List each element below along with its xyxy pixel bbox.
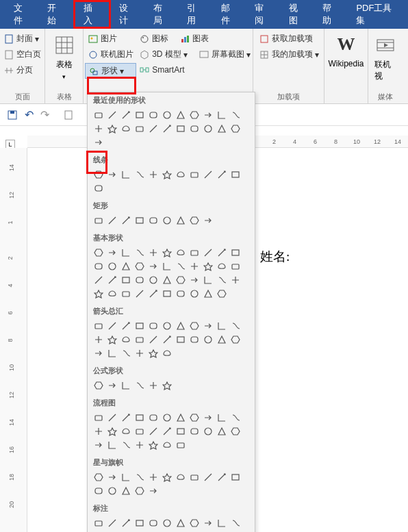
shape-option[interactable] [146, 346, 160, 360]
shape-option[interactable] [92, 122, 105, 136]
smartart-button[interactable]: SmartArt [136, 63, 253, 77]
shape-option[interactable] [215, 411, 229, 425]
shape-option[interactable] [105, 346, 119, 360]
shape-option[interactable] [146, 214, 160, 227]
tab-view[interactable]: 视图 [281, 0, 314, 29]
shape-option[interactable] [92, 333, 105, 346]
shape-option[interactable] [119, 346, 133, 360]
shape-option[interactable] [119, 411, 133, 425]
tab-design[interactable]: 设计 [111, 0, 144, 29]
shape-option[interactable] [146, 438, 160, 452]
shape-option[interactable] [174, 259, 188, 273]
shape-option[interactable] [188, 470, 201, 484]
my-addins-button[interactable]: 我的加载项▾ [256, 47, 322, 62]
shape-option[interactable] [92, 108, 105, 122]
shape-option[interactable] [92, 273, 105, 287]
shape-option[interactable] [160, 438, 174, 452]
shape-option[interactable] [133, 287, 146, 301]
shape-option[interactable] [92, 411, 105, 425]
shape-option[interactable] [133, 273, 146, 287]
shape-option[interactable] [105, 122, 119, 136]
shape-option[interactable] [160, 122, 174, 136]
shape-option[interactable] [92, 168, 105, 181]
shape-option[interactable] [229, 273, 242, 287]
document-icon[interactable] [63, 110, 74, 121]
shape-option[interactable] [119, 287, 133, 301]
shape-option[interactable] [105, 438, 119, 452]
shape-option[interactable] [146, 333, 160, 346]
shape-option[interactable] [201, 333, 215, 346]
shape-option[interactable] [188, 287, 201, 301]
wikipedia-button[interactable]: W Wikipedia [322, 31, 369, 71]
shape-option[interactable] [119, 484, 133, 498]
shape-option[interactable] [188, 246, 201, 259]
shape-option[interactable] [174, 168, 188, 181]
shape-option[interactable] [160, 108, 174, 122]
shape-option[interactable] [133, 425, 146, 438]
shape-option[interactable] [201, 259, 215, 273]
shape-option[interactable] [92, 425, 105, 438]
shape-option[interactable] [174, 438, 188, 452]
shape-option[interactable] [188, 411, 201, 425]
shape-option[interactable] [119, 259, 133, 273]
shape-option[interactable] [133, 411, 146, 425]
shape-option[interactable] [146, 108, 160, 122]
shape-option[interactable] [215, 319, 229, 333]
shape-option[interactable] [174, 287, 188, 301]
shape-option[interactable] [174, 214, 188, 227]
shape-option[interactable] [160, 516, 174, 530]
cover-page-button[interactable]: 封面▾ [1, 31, 44, 46]
shape-option[interactable] [215, 108, 229, 122]
shape-option[interactable] [229, 246, 242, 259]
shape-option[interactable] [146, 411, 160, 425]
shape-option[interactable] [215, 333, 229, 346]
shape-option[interactable] [188, 425, 201, 438]
shape-option[interactable] [215, 425, 229, 438]
table-button[interactable]: 表格▾ [48, 31, 81, 83]
shape-option[interactable] [92, 516, 105, 530]
shape-option[interactable] [119, 273, 133, 287]
shape-option[interactable] [133, 246, 146, 259]
shape-option[interactable] [174, 516, 188, 530]
shape-option[interactable] [105, 259, 119, 273]
shape-option[interactable] [105, 516, 119, 530]
shape-option[interactable] [92, 438, 105, 452]
shape-option[interactable] [133, 438, 146, 452]
shape-option[interactable] [146, 168, 160, 181]
tab-references[interactable]: 引用 [179, 0, 212, 29]
shape-option[interactable] [160, 470, 174, 484]
shape-option[interactable] [160, 259, 174, 273]
online-video-button[interactable]: 联机视 [369, 31, 402, 85]
shape-option[interactable] [133, 168, 146, 181]
shape-option[interactable] [119, 246, 133, 259]
shape-option[interactable] [160, 411, 174, 425]
shape-option[interactable] [201, 411, 215, 425]
screenshot-button[interactable]: 屏幕截图▾ [196, 47, 253, 62]
shape-option[interactable] [133, 379, 146, 392]
shape-option[interactable] [119, 168, 133, 181]
shape-option[interactable] [229, 470, 242, 484]
shape-option[interactable] [92, 470, 105, 484]
shape-option[interactable] [146, 379, 160, 392]
shapes-button[interactable]: 形状▾ [85, 63, 136, 79]
shape-option[interactable] [174, 319, 188, 333]
3d-models-button[interactable]: 3D 模型▾ [136, 47, 190, 62]
shape-option[interactable] [92, 484, 105, 498]
shape-option[interactable] [215, 259, 229, 273]
shape-option[interactable] [229, 425, 242, 438]
tab-pdf[interactable]: PDF工具集 [348, 0, 408, 29]
shape-option[interactable] [174, 470, 188, 484]
shape-option[interactable] [188, 259, 201, 273]
shape-option[interactable] [119, 379, 133, 392]
shape-option[interactable] [201, 108, 215, 122]
shape-option[interactable] [133, 122, 146, 136]
shape-option[interactable] [201, 287, 215, 301]
undo-icon[interactable]: ↶ [25, 108, 34, 121]
shape-option[interactable] [215, 516, 229, 530]
shape-option[interactable] [105, 411, 119, 425]
shape-option[interactable] [92, 136, 105, 149]
shape-option[interactable] [92, 214, 105, 227]
shape-option[interactable] [105, 214, 119, 227]
online-pictures-button[interactable]: 联机图片 [85, 47, 136, 62]
shape-option[interactable] [201, 246, 215, 259]
